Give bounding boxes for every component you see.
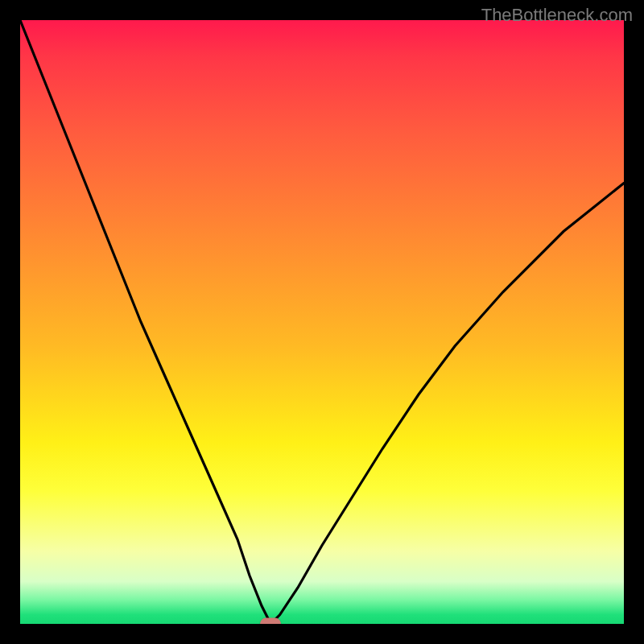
figure-root: TheBottleneck.com <box>0 0 644 644</box>
plot-area <box>20 20 624 624</box>
curve-layer <box>20 20 624 624</box>
watermark-text: TheBottleneck.com <box>481 5 633 26</box>
bottleneck-curve <box>20 20 624 624</box>
optimal-point-marker <box>260 618 281 625</box>
